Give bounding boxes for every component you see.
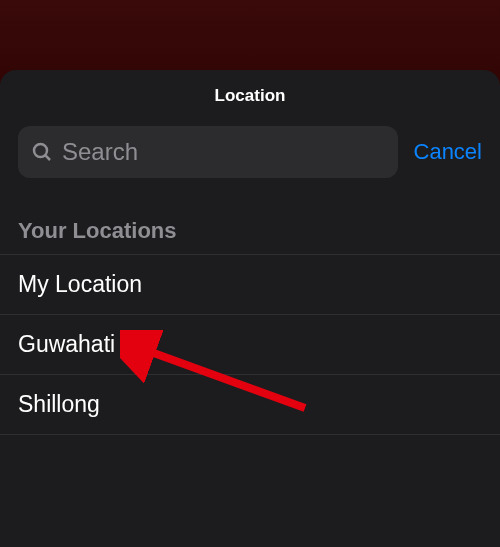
sheet-title: Location: [0, 86, 500, 106]
locations-section-header: Your Locations: [0, 218, 500, 254]
list-item[interactable]: Shillong: [0, 374, 500, 435]
search-row: Cancel: [0, 126, 500, 178]
search-input[interactable]: [62, 138, 386, 166]
backdrop: Location Cancel Your Locations My Locati…: [0, 0, 500, 547]
cancel-button[interactable]: Cancel: [414, 139, 482, 165]
svg-point-0: [34, 144, 47, 157]
search-icon: [30, 140, 54, 164]
locations-list: My Location Guwahati Shillong: [0, 254, 500, 435]
list-item[interactable]: My Location: [0, 254, 500, 314]
location-sheet: Location Cancel Your Locations My Locati…: [0, 70, 500, 547]
list-item[interactable]: Guwahati: [0, 314, 500, 374]
search-field[interactable]: [18, 126, 398, 178]
svg-line-1: [45, 155, 50, 160]
